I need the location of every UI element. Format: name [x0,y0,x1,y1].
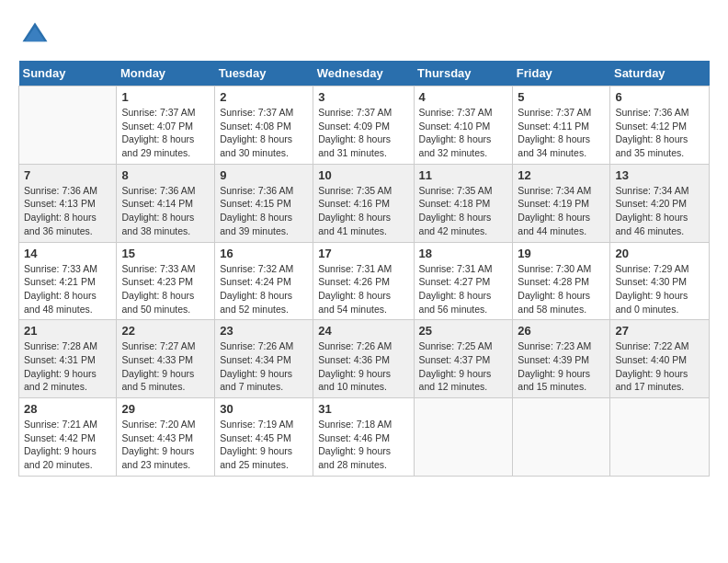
day-number: 27 [615,324,704,338]
calendar-day-header: Wednesday [313,61,414,86]
calendar-week-row: 7Sunrise: 7:36 AMSunset: 4:13 PMDaylight… [19,164,710,242]
calendar-cell: 4Sunrise: 7:37 AMSunset: 4:10 PMDaylight… [414,86,513,165]
day-info: Sunrise: 7:32 AMSunset: 4:24 PMDaylight:… [220,262,308,316]
calendar-week-row: 14Sunrise: 7:33 AMSunset: 4:21 PMDayligh… [19,242,710,320]
day-info: Sunrise: 7:37 AMSunset: 4:11 PMDaylight:… [518,106,605,160]
calendar-cell [414,398,513,477]
calendar-cell: 21Sunrise: 7:28 AMSunset: 4:31 PMDayligh… [19,320,117,398]
day-info: Sunrise: 7:26 AMSunset: 4:36 PMDaylight:… [318,339,408,394]
day-number: 6 [615,90,704,104]
day-info: Sunrise: 7:21 AMSunset: 4:42 PMDaylight:… [24,418,111,472]
day-info: Sunrise: 7:26 AMSunset: 4:34 PMDaylight:… [220,339,308,394]
calendar-cell: 25Sunrise: 7:25 AMSunset: 4:37 PMDayligh… [414,320,513,398]
day-info: Sunrise: 7:18 AMSunset: 4:46 PMDaylight:… [318,418,408,472]
calendar-cell: 31Sunrise: 7:18 AMSunset: 4:46 PMDayligh… [313,398,414,477]
calendar-cell: 26Sunrise: 7:23 AMSunset: 4:39 PMDayligh… [513,320,610,398]
calendar-cell [610,398,710,477]
day-number: 14 [24,247,111,260]
day-number: 13 [615,168,704,182]
calendar-cell: 30Sunrise: 7:19 AMSunset: 4:45 PMDayligh… [215,398,313,477]
day-info: Sunrise: 7:35 AMSunset: 4:16 PMDaylight:… [318,184,408,238]
day-number: 8 [121,168,210,182]
day-number: 1 [121,90,210,104]
day-number: 7 [24,168,111,182]
calendar-header-row: SundayMondayTuesdayWednesdayThursdayFrid… [19,61,710,86]
calendar-week-row: 21Sunrise: 7:28 AMSunset: 4:31 PMDayligh… [19,320,710,398]
calendar-week-row: 1Sunrise: 7:37 AMSunset: 4:07 PMDaylight… [19,86,710,165]
day-info: Sunrise: 7:37 AMSunset: 4:10 PMDaylight:… [419,106,508,160]
day-number: 17 [318,247,408,260]
day-number: 25 [419,324,508,338]
day-info: Sunrise: 7:34 AMSunset: 4:19 PMDaylight:… [518,184,605,238]
day-info: Sunrise: 7:37 AMSunset: 4:08 PMDaylight:… [220,106,308,160]
day-number: 3 [318,90,408,104]
day-info: Sunrise: 7:30 AMSunset: 4:28 PMDaylight:… [518,262,605,316]
day-info: Sunrise: 7:37 AMSunset: 4:07 PMDaylight:… [121,106,210,160]
calendar-cell: 23Sunrise: 7:26 AMSunset: 4:34 PMDayligh… [215,320,313,398]
calendar-cell: 13Sunrise: 7:34 AMSunset: 4:20 PMDayligh… [610,164,710,242]
day-info: Sunrise: 7:35 AMSunset: 4:18 PMDaylight:… [419,184,508,238]
day-info: Sunrise: 7:25 AMSunset: 4:37 PMDaylight:… [419,339,508,394]
calendar-day-header: Thursday [414,61,513,86]
calendar-cell: 12Sunrise: 7:34 AMSunset: 4:19 PMDayligh… [513,164,610,242]
day-number: 26 [518,324,605,338]
day-info: Sunrise: 7:28 AMSunset: 4:31 PMDaylight:… [24,339,111,394]
day-info: Sunrise: 7:31 AMSunset: 4:26 PMDaylight:… [318,262,408,316]
calendar-table: SundayMondayTuesdayWednesdayThursdayFrid… [18,61,710,477]
day-number: 28 [24,402,111,416]
day-number: 16 [220,247,308,260]
day-number: 18 [419,247,508,260]
day-info: Sunrise: 7:36 AMSunset: 4:15 PMDaylight:… [220,184,308,238]
calendar-day-header: Tuesday [215,61,313,86]
day-number: 19 [518,247,605,260]
day-number: 20 [615,247,704,260]
logo-icon [18,18,51,52]
day-info: Sunrise: 7:36 AMSunset: 4:12 PMDaylight:… [615,106,704,160]
calendar-cell: 28Sunrise: 7:21 AMSunset: 4:42 PMDayligh… [19,398,117,477]
day-number: 23 [220,324,308,338]
day-info: Sunrise: 7:22 AMSunset: 4:40 PMDaylight:… [615,339,704,394]
day-info: Sunrise: 7:34 AMSunset: 4:20 PMDaylight:… [615,184,704,238]
calendar-cell: 17Sunrise: 7:31 AMSunset: 4:26 PMDayligh… [313,242,414,320]
day-number: 15 [121,247,210,260]
calendar-day-header: Monday [117,61,215,86]
calendar-cell: 2Sunrise: 7:37 AMSunset: 4:08 PMDaylight… [215,86,313,165]
calendar-day-header: Friday [513,61,610,86]
day-number: 4 [419,90,508,104]
day-info: Sunrise: 7:27 AMSunset: 4:33 PMDaylight:… [121,339,210,394]
calendar-cell: 27Sunrise: 7:22 AMSunset: 4:40 PMDayligh… [610,320,710,398]
calendar-cell: 10Sunrise: 7:35 AMSunset: 4:16 PMDayligh… [313,164,414,242]
day-info: Sunrise: 7:33 AMSunset: 4:23 PMDaylight:… [121,262,210,316]
day-info: Sunrise: 7:37 AMSunset: 4:09 PMDaylight:… [318,106,408,160]
day-number: 22 [121,324,210,338]
day-number: 11 [419,168,508,182]
day-info: Sunrise: 7:23 AMSunset: 4:39 PMDaylight:… [518,339,605,394]
day-info: Sunrise: 7:20 AMSunset: 4:43 PMDaylight:… [121,418,210,472]
day-info: Sunrise: 7:36 AMSunset: 4:14 PMDaylight:… [121,184,210,238]
day-info: Sunrise: 7:19 AMSunset: 4:45 PMDaylight:… [220,418,308,472]
day-info: Sunrise: 7:31 AMSunset: 4:27 PMDaylight:… [419,262,508,316]
calendar-cell: 15Sunrise: 7:33 AMSunset: 4:23 PMDayligh… [117,242,215,320]
day-number: 12 [518,168,605,182]
calendar-cell: 7Sunrise: 7:36 AMSunset: 4:13 PMDaylight… [19,164,117,242]
calendar-cell: 19Sunrise: 7:30 AMSunset: 4:28 PMDayligh… [513,242,610,320]
day-number: 24 [318,324,408,338]
calendar-day-header: Saturday [610,61,710,86]
day-number: 30 [220,402,308,416]
day-info: Sunrise: 7:36 AMSunset: 4:13 PMDaylight:… [24,184,111,238]
day-number: 31 [318,402,408,416]
calendar-day-header: Sunday [19,61,117,86]
calendar-cell: 9Sunrise: 7:36 AMSunset: 4:15 PMDaylight… [215,164,313,242]
page-header [18,18,710,52]
day-info: Sunrise: 7:33 AMSunset: 4:21 PMDaylight:… [24,262,111,316]
calendar-cell [19,86,117,165]
calendar-cell [513,398,610,477]
calendar-cell: 8Sunrise: 7:36 AMSunset: 4:14 PMDaylight… [117,164,215,242]
calendar-cell: 1Sunrise: 7:37 AMSunset: 4:07 PMDaylight… [117,86,215,165]
day-number: 29 [121,402,210,416]
calendar-cell: 6Sunrise: 7:36 AMSunset: 4:12 PMDaylight… [610,86,710,165]
day-number: 10 [318,168,408,182]
calendar-cell: 20Sunrise: 7:29 AMSunset: 4:30 PMDayligh… [610,242,710,320]
calendar-cell: 18Sunrise: 7:31 AMSunset: 4:27 PMDayligh… [414,242,513,320]
calendar-cell: 3Sunrise: 7:37 AMSunset: 4:09 PMDaylight… [313,86,414,165]
